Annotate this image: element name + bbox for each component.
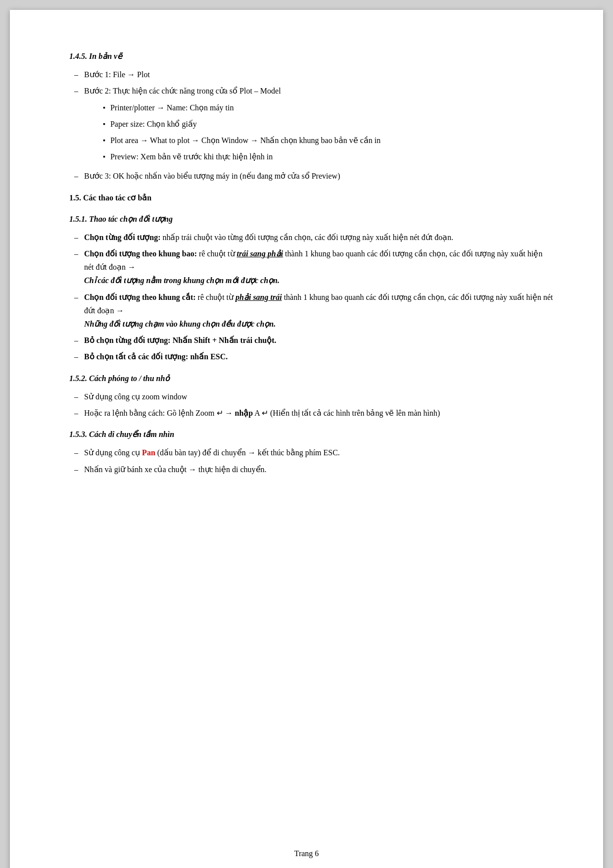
li-text-151-1: Chọn từng đối tượng: nhấp trái chuột vào… <box>84 231 554 244</box>
bold-label-2: Chọn đối tượng theo khung bao: <box>84 249 197 258</box>
li-text-145-2: Bước 2: Thực hiện các chức năng trong cử… <box>84 84 554 166</box>
arrow-icon-7: → <box>116 306 124 315</box>
li-text-153-1: Sử dụng công cụ Pan (dấu bàn tay) để di … <box>84 446 554 459</box>
bullet-item-preview: Preview: Xem bản vẽ trước khi thực hiện … <box>84 150 554 163</box>
heading-145: 1.4.5. In bản vẽ <box>69 49 554 63</box>
list-145: Bước 1: File → Plot Bước 2: Thực hiện cá… <box>69 68 554 183</box>
bullet-text-printer: Printer/plotter → Name: Chọn máy tin <box>110 101 554 114</box>
bullet-text-plotarea: Plot area → What to plot → Chọn Window →… <box>110 134 554 147</box>
section-151: 1.5.1. Thao tác chọn đối tượng Chọn từng… <box>69 212 554 364</box>
li-text-153-2: Nhấn và giữ bánh xe của chuột → thực hiệ… <box>84 463 554 476</box>
arrow-icon-4: → <box>191 136 199 145</box>
section-153: 1.5.3. Cách di chuyển tầm nhìn Sử dụng c… <box>69 428 554 476</box>
heading-152: 1.5.2. Cách phóng to / thu nhỏ <box>69 372 554 385</box>
list-item-151-4: Bỏ chọn từng đối tượng: Nhấn Shift + Nhấ… <box>69 334 554 347</box>
bullet-list-145: Printer/plotter → Name: Chọn máy tin Pap… <box>84 101 554 164</box>
list-item-152-2: Hoặc ra lệnh bằng cách: Gõ lệnh Zoom ↵ →… <box>69 406 554 420</box>
section-145: 1.4.5. In bản vẽ Bước 1: File → Plot Bướ… <box>69 49 554 183</box>
heading-153: 1.5.3. Cách di chuyển tầm nhìn <box>69 428 554 441</box>
bullet-text-preview: Preview: Xem bản vẽ trước khi thực hiện … <box>110 150 554 163</box>
list-item-145-3: Bước 3: OK hoặc nhấn vào biểu tượng máy … <box>69 169 554 183</box>
bullet-text-paper: Paper size: Chọn khổ giấy <box>110 117 554 131</box>
heading-151: 1.5.1. Thao tác chọn đối tượng <box>69 212 554 226</box>
page: 1.4.5. In bản vẽ Bước 1: File → Plot Bướ… <box>10 10 603 868</box>
arrow-icon-8: → <box>225 409 233 417</box>
li-text-151-3: Chọn đối tượng theo khung cắt: rê chuột … <box>84 290 554 331</box>
list-item-153-1: Sử dụng công cụ Pan (dấu bàn tay) để di … <box>69 446 554 459</box>
li-text-151-4: Bỏ chọn từng đối tượng: Nhấn Shift + Nhấ… <box>84 334 554 347</box>
arrow-icon-9: → <box>248 448 256 457</box>
li-text-152-1: Sử dụng công cụ zoom window <box>84 390 554 403</box>
pan-text: Pan <box>142 448 155 457</box>
li-text-145-3: Bước 3: OK hoặc nhấn vào biểu tượng máy … <box>84 169 554 183</box>
section-152-content: Sử dụng công cụ zoom window Hoặc ra lệnh… <box>69 390 554 420</box>
list-item-151-1: Chọn từng đối tượng: nhấp trái chuột vào… <box>69 231 554 244</box>
bullet-item-printer: Printer/plotter → Name: Chọn máy tin <box>84 101 554 114</box>
list-item-151-3: Chọn đối tượng theo khung cắt: rê chuột … <box>69 290 554 331</box>
page-number: Trang 6 <box>294 849 319 858</box>
section-152: 1.5.2. Cách phóng to / thu nhỏ Sử dụng c… <box>69 372 554 420</box>
bullet-item-plotarea: Plot area → What to plot → Chọn Window →… <box>84 134 554 147</box>
arrow-icon-10: → <box>189 465 196 474</box>
arrow-icon-3: → <box>140 136 148 145</box>
section-153-content: Sử dụng công cụ Pan (dấu bàn tay) để di … <box>69 446 554 476</box>
list-item-145-2: Bước 2: Thực hiện các chức năng trong cử… <box>69 84 554 166</box>
li-text-151-5: Bỏ chọn tất cả các đối tượng: nhấn ESC. <box>84 350 554 363</box>
section-145-content: Bước 1: File → Plot Bước 2: Thực hiện cá… <box>69 68 554 183</box>
bullet-item-paper: Paper size: Chọn khổ giấy <box>84 117 554 131</box>
li-text-151-2: Chọn đối tượng theo khung bao: rê chuột … <box>84 247 554 288</box>
page-footer: Trang 6 <box>10 849 603 858</box>
italic-text-2: Những đối tượng chạm vào khung chọn đều … <box>84 320 276 328</box>
bold-label-5: Bỏ chọn tất cả các đối tượng: nhấn ESC. <box>84 352 228 361</box>
arrow-icon-6: → <box>128 263 136 271</box>
list-item-153-2: Nhấn và giữ bánh xe của chuột → thực hiệ… <box>69 463 554 476</box>
heading-15: 1.5. Các thao tác cơ bản <box>69 191 554 204</box>
li-text-152-2: Hoặc ra lệnh bằng cách: Gõ lệnh Zoom ↵ →… <box>84 406 554 420</box>
list-item-145-1: Bước 1: File → Plot <box>69 68 554 81</box>
bold-label-1: Chọn từng đối tượng: <box>84 233 160 241</box>
underline-text-2: phải sang trái <box>236 293 282 301</box>
bold-label-3: Chọn đối tượng theo khung cắt: <box>84 293 196 301</box>
section-151-content: Chọn từng đối tượng: nhấp trái chuột vào… <box>69 231 554 364</box>
underline-text-1: trái sang phải <box>237 249 283 258</box>
list-item-152-1: Sử dụng công cụ zoom window <box>69 390 554 403</box>
arrow-icon-5: → <box>250 136 258 145</box>
arrow-icon-1: → <box>127 70 135 79</box>
italic-text-1: Chỉ các đối tượng nằm trong khung chọn m… <box>84 276 280 285</box>
list-151: Chọn từng đối tượng: nhấp trái chuột vào… <box>69 231 554 364</box>
list-item-151-5: Bỏ chọn tất cả các đối tượng: nhấn ESC. <box>69 350 554 363</box>
arrow-icon-2: → <box>157 103 165 112</box>
bold-label-4: Bỏ chọn từng đối tượng: Nhấn Shift + Nhấ… <box>84 336 277 344</box>
li-text-145-1: Bước 1: File → Plot <box>84 68 554 81</box>
list-item-151-2: Chọn đối tượng theo khung bao: rê chuột … <box>69 247 554 288</box>
bold-nhap: nhập <box>235 409 253 417</box>
list-152: Sử dụng công cụ zoom window Hoặc ra lệnh… <box>69 390 554 420</box>
section-15: 1.5. Các thao tác cơ bản <box>69 191 554 204</box>
list-153: Sử dụng công cụ Pan (dấu bàn tay) để di … <box>69 446 554 476</box>
